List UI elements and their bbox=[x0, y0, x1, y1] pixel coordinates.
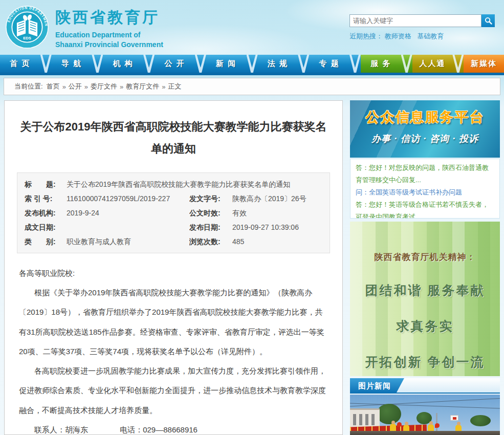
meta-label-index-no: 索 引 号: bbox=[25, 191, 67, 206]
breadcrumb-separator: » bbox=[120, 83, 123, 91]
hot-search-label: 近期热搜： bbox=[349, 32, 383, 40]
nav-separator-icon bbox=[92, 55, 103, 73]
nav-tab-guide[interactable]: 导 航 bbox=[52, 55, 92, 73]
nav-tab-topics[interactable]: 专 题 bbox=[309, 55, 349, 73]
breadcrumb-separator: » bbox=[162, 83, 165, 91]
meta-label-views: 浏览次数: bbox=[189, 234, 232, 249]
nav-tab-agencies[interactable]: 机 构 bbox=[103, 55, 143, 73]
tree bbox=[470, 415, 491, 426]
qa-list: 答：您好！对您反映的问题，陕西石油普通教育管理移交中心回复... 问：全国英语等… bbox=[350, 159, 500, 219]
hot-search-link-teacher-cert[interactable]: 教师资格 bbox=[385, 32, 411, 40]
meta-label-doc-no: 发文字号: bbox=[189, 191, 232, 206]
meta-label-title: 标 题: bbox=[25, 177, 67, 191]
site-title: 陕西省教育厅 bbox=[55, 7, 163, 28]
page: EDUCATION DEPARTMENT OF SHAANXI EDS 陕西省教… bbox=[0, 0, 504, 435]
nav-separator-icon bbox=[452, 55, 464, 73]
meta-label-written-date: 成文日期: bbox=[25, 220, 67, 234]
hot-search-row: 近期热搜： 教师资格 基础教育 bbox=[349, 32, 498, 41]
meta-label-validity: 公文时效: bbox=[189, 206, 232, 220]
nav-tab-regulations[interactable]: 法 规 bbox=[258, 55, 298, 73]
article-paragraph: 各高职院校要进一步巩固教学能力比赛成果，加大宣传力度，充分发挥比赛引领作用，促进… bbox=[19, 361, 328, 420]
meta-value-written-date bbox=[67, 220, 189, 234]
breadcrumb-item-committee-docs[interactable]: 委厅文件 bbox=[91, 82, 117, 91]
meta-label-category: 类 别: bbox=[25, 234, 67, 249]
nav-separator-icon bbox=[247, 55, 258, 73]
article-body: 各高等职业院校: 根据《关于举办2019年陕西省高职院校技能大赛教学能力比赛的通… bbox=[5, 253, 342, 435]
breadcrumb-separator: » bbox=[84, 83, 88, 91]
breadcrumb: 当前位置: 首页 » 公开 » 委厅文件 » 教育厅文件 » 正文 bbox=[4, 78, 500, 95]
building bbox=[350, 408, 380, 428]
public-service-banner[interactable]: 公众信息服务平台 办事 · 信访 · 咨询 · 投诉 bbox=[350, 100, 500, 158]
nav-separator-icon bbox=[401, 55, 412, 73]
breadcrumb-item-home[interactable]: 首页 bbox=[47, 82, 60, 91]
crowd-strip bbox=[350, 431, 500, 435]
contact-person: 联系人：胡海东 bbox=[34, 425, 88, 434]
meta-value-doc-no: 陕教高办〔2019〕26号 bbox=[232, 191, 322, 206]
education-department-logo-icon: EDUCATION DEPARTMENT OF SHAANXI EDS bbox=[5, 5, 49, 49]
meta-value-index-no: 11610000741297059L/2019-227 bbox=[67, 191, 189, 206]
meta-value-title: 关于公布2019年陕西省高职院校技能大赛教学能力比赛获奖名单的通知 bbox=[67, 177, 322, 191]
photo-news-image[interactable] bbox=[350, 395, 500, 435]
nav-separator-icon bbox=[349, 55, 361, 73]
department-spirit-banner[interactable]: 陕西省教育厅机关精神： 团结和谐 服务奉献 求真务实 开拓创新 争创一流 bbox=[350, 222, 500, 376]
nav-tab-services[interactable]: 服 务 bbox=[361, 55, 401, 73]
article-title: 关于公布2019年陕西省高职院校技能大赛教学能力比赛获奖名单的通知 bbox=[5, 101, 342, 167]
nav-separator-icon bbox=[195, 55, 206, 73]
site-subtitle: Education Department of Shaanxi Provinci… bbox=[55, 30, 163, 50]
meta-value-views: 485 bbox=[232, 234, 322, 249]
spirit-banner-line: 求真务实 bbox=[350, 318, 500, 335]
photo-news-header: 图片新闻 bbox=[350, 378, 500, 394]
hot-search-link-basic-education[interactable]: 基础教育 bbox=[417, 32, 444, 40]
meta-value-category: 职业教育与成人教育 bbox=[67, 234, 189, 249]
search-area: 近期热搜： 教师资格 基础教育 bbox=[349, 14, 498, 41]
public-service-banner-title: 公众信息服务平台 bbox=[350, 100, 500, 126]
meta-value-validity: 有效 bbox=[232, 206, 322, 220]
tree bbox=[377, 404, 401, 424]
article-meta-box: 标 题: 关于公布2019年陕西省高职院校技能大赛教学能力比赛获奖名单的通知 索… bbox=[17, 172, 330, 253]
spirit-banner-line: 开拓创新 争创一流 bbox=[350, 354, 500, 371]
meta-label-publisher: 发布机构: bbox=[25, 206, 67, 220]
nav-tab-renrentong[interactable]: 人人通 bbox=[412, 55, 453, 73]
article-box: 关于公布2019年陕西省高职院校技能大赛教学能力比赛获奖名单的通知 标 题: 关… bbox=[4, 100, 343, 435]
search-input[interactable] bbox=[349, 14, 481, 27]
site-header: EDUCATION DEPARTMENT OF SHAANXI EDS 陕西省教… bbox=[0, 0, 504, 55]
spirit-banner-line: 团结和谐 服务奉献 bbox=[350, 282, 500, 299]
nav-tab-news[interactable]: 新 闻 bbox=[206, 55, 247, 73]
search-button[interactable] bbox=[481, 14, 495, 27]
contact-phone: 电话：029—88668916 bbox=[120, 425, 198, 434]
meta-value-publisher: 2019-9-24 bbox=[67, 206, 189, 220]
svg-text:EDS: EDS bbox=[23, 36, 31, 40]
breadcrumb-item-article[interactable]: 正文 bbox=[168, 82, 182, 91]
meta-label-publish-date: 发布日期: bbox=[189, 220, 232, 234]
basketball-hoop bbox=[450, 415, 458, 421]
meta-value-publish-date: 2019-09-27 10:39:06 bbox=[232, 220, 322, 234]
photo-news-tab[interactable]: 图片新闻 bbox=[350, 378, 404, 394]
spirit-banner-title: 陕西省教育厅机关精神： bbox=[350, 222, 500, 263]
nav-separator-icon bbox=[40, 55, 52, 73]
breadcrumb-item-department-docs[interactable]: 教育厅文件 bbox=[126, 82, 159, 91]
nav-bottom-strip bbox=[0, 73, 504, 75]
qa-answer-item[interactable]: 答：您好！对您反映的问题，陕西石油普通教育管理移交中心回复... bbox=[356, 162, 494, 186]
breadcrumb-item-disclosure[interactable]: 公开 bbox=[69, 82, 82, 91]
nav-separator-icon bbox=[298, 55, 309, 73]
qa-answer-item[interactable]: 答：您好！英语等级合格证书若不慎丢失者，可登录中国教育考试... bbox=[356, 199, 494, 219]
nav-tab-home[interactable]: 首 页 bbox=[0, 55, 40, 73]
red-fan bbox=[435, 423, 440, 428]
qa-question-item[interactable]: 问：全国英语等级考试证书补办问题 bbox=[356, 186, 494, 199]
article-salutation: 各高等职业院校: bbox=[19, 264, 328, 283]
sidebar: 公众信息服务平台 办事 · 信访 · 咨询 · 投诉 答：您好！对您反映的问题，… bbox=[350, 100, 500, 435]
content-wrap: 关于公布2019年陕西省高职院校技能大赛教学能力比赛获奖名单的通知 标 题: 关… bbox=[4, 100, 500, 435]
red-fan bbox=[397, 422, 402, 427]
article-contact-line: 联系人：胡海东 电话：029—88668916 bbox=[19, 420, 328, 435]
nav-tab-new-media[interactable]: 新媒体 bbox=[464, 55, 504, 73]
search-icon bbox=[485, 17, 492, 25]
public-service-banner-subtitle: 办事 · 信访 · 咨询 · 投诉 bbox=[350, 133, 500, 145]
brand-block: 陕西省教育厅 Education Department of Shaanxi P… bbox=[55, 7, 163, 50]
breadcrumb-separator: » bbox=[62, 83, 66, 91]
main-nav: 首 页 导 航 机 构 公 开 新 闻 法 规 专 题 服 务 人人通 新媒体 bbox=[0, 55, 504, 73]
nav-separator-icon bbox=[143, 55, 155, 73]
nav-tab-disclosure[interactable]: 公 开 bbox=[155, 55, 195, 73]
article-paragraph: 根据《关于举办2019年陕西省高职院校技能大赛教学能力比赛的通知》（陕教高办〔2… bbox=[19, 283, 328, 361]
breadcrumb-location-label: 当前位置: bbox=[14, 82, 43, 91]
